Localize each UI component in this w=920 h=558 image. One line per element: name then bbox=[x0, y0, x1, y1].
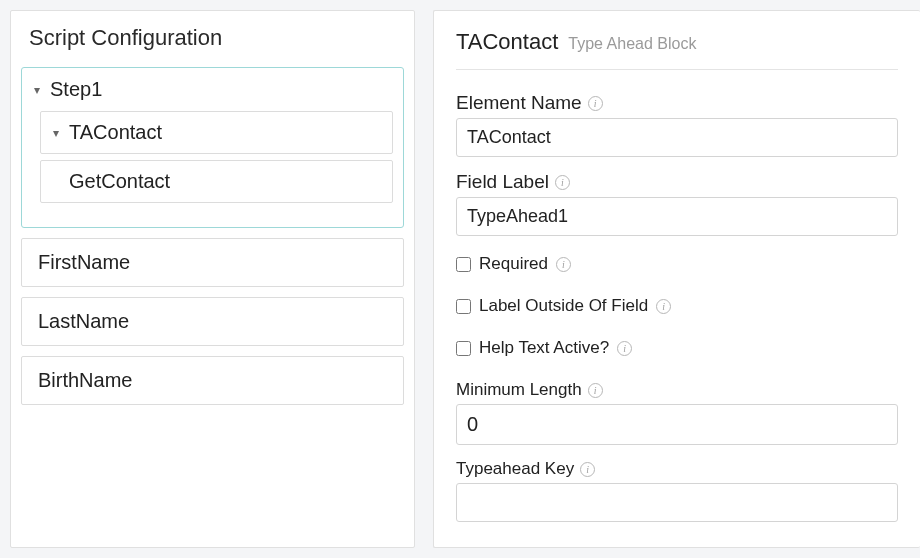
element-name-field: Element Name i bbox=[456, 92, 898, 157]
info-icon[interactable]: i bbox=[656, 299, 671, 314]
min-length-input[interactable] bbox=[456, 404, 898, 445]
info-icon[interactable]: i bbox=[555, 175, 570, 190]
tree-item-label: Step1 bbox=[50, 78, 102, 101]
caret-down-icon: ▾ bbox=[34, 83, 50, 97]
tree-item-getcontact[interactable]: GetContact bbox=[40, 160, 393, 203]
help-text-row: Help Text Active? i bbox=[456, 338, 898, 358]
tree-item-firstname[interactable]: FirstName bbox=[21, 238, 404, 287]
tree-item-label: TAContact bbox=[69, 121, 162, 144]
properties-title: TAContact bbox=[456, 29, 558, 55]
field-label: Field Label bbox=[456, 171, 549, 193]
field-label-input[interactable] bbox=[456, 197, 898, 236]
tree-item-lastname[interactable]: LastName bbox=[21, 297, 404, 346]
tree-item-label: BirthName bbox=[38, 369, 132, 391]
element-name-input[interactable] bbox=[456, 118, 898, 157]
field-label: Element Name bbox=[456, 92, 582, 114]
info-icon[interactable]: i bbox=[588, 383, 603, 398]
checkbox-label: Help Text Active? bbox=[479, 338, 609, 358]
min-length-field: Minimum Length i bbox=[456, 380, 898, 445]
properties-subtitle: Type Ahead Block bbox=[568, 35, 696, 53]
panel-title: Script Configuration bbox=[11, 11, 414, 67]
tree-item-label: LastName bbox=[38, 310, 129, 332]
caret-down-icon: ▾ bbox=[53, 126, 69, 140]
required-checkbox[interactable] bbox=[456, 257, 471, 272]
field-label-field: Field Label i bbox=[456, 171, 898, 236]
properties-header: TAContact Type Ahead Block bbox=[456, 29, 898, 70]
tree-item-label: FirstName bbox=[38, 251, 130, 273]
info-icon[interactable]: i bbox=[580, 462, 595, 477]
field-label: Typeahead Key bbox=[456, 459, 574, 479]
label-outside-checkbox[interactable] bbox=[456, 299, 471, 314]
help-text-checkbox[interactable] bbox=[456, 341, 471, 356]
tree-step1-group: ▾ Step1 ▾ TAContact GetContact bbox=[21, 67, 404, 228]
field-label: Minimum Length bbox=[456, 380, 582, 400]
tree-item-birthname[interactable]: BirthName bbox=[21, 356, 404, 405]
tree-item-tacontact[interactable]: ▾ TAContact bbox=[40, 111, 393, 154]
tree-item-step1[interactable]: ▾ Step1 bbox=[22, 68, 403, 111]
info-icon[interactable]: i bbox=[556, 257, 571, 272]
info-icon[interactable]: i bbox=[617, 341, 632, 356]
label-outside-row: Label Outside Of Field i bbox=[456, 296, 898, 316]
typeahead-key-input[interactable] bbox=[456, 483, 898, 522]
typeahead-key-field: Typeahead Key i bbox=[456, 459, 898, 522]
required-row: Required i bbox=[456, 254, 898, 274]
tree: ▾ Step1 ▾ TAContact GetContact FirstName bbox=[11, 67, 414, 433]
tree-item-label: GetContact bbox=[69, 170, 170, 193]
checkbox-label: Required bbox=[479, 254, 548, 274]
script-config-panel: Script Configuration ▾ Step1 ▾ TAContact… bbox=[10, 10, 415, 548]
checkbox-label: Label Outside Of Field bbox=[479, 296, 648, 316]
properties-panel: TAContact Type Ahead Block Element Name … bbox=[433, 10, 920, 548]
info-icon[interactable]: i bbox=[588, 96, 603, 111]
